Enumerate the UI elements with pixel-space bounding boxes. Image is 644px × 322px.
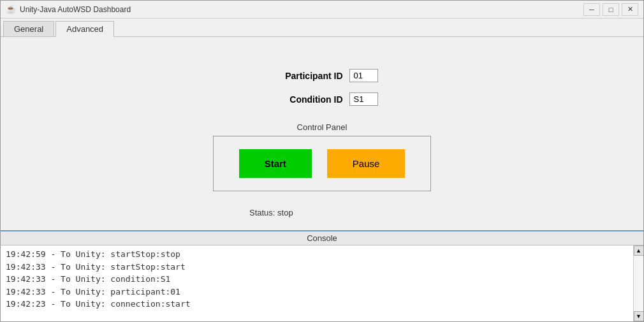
scroll-down-arrow[interactable]: ▼ — [634, 311, 644, 321]
console-body: 19:42:59 - To Unity: startStop:stop 19:4… — [1, 245, 643, 321]
control-panel-wrapper: Control Panel Start Pause — [213, 122, 432, 191]
title-bar-controls: ─ □ ✕ — [583, 3, 638, 16]
scrollbar-track — [634, 256, 643, 311]
control-panel-box: Start Pause — [213, 136, 432, 191]
form-area: Participant ID Condition ID Control Pane… — [13, 69, 631, 217]
window-title: Unity-Java AutoWSD Dashboard — [20, 5, 131, 14]
console-header: Console — [1, 231, 643, 245]
condition-id-input[interactable] — [349, 92, 378, 106]
console-section: Console 19:42:59 - To Unity: startStop:s… — [1, 230, 643, 321]
main-window: ☕ Unity-Java AutoWSD Dashboard ─ □ ✕ Gen… — [0, 0, 644, 322]
maximize-button[interactable]: □ — [603, 3, 619, 16]
scroll-up-arrow[interactable]: ▲ — [634, 245, 644, 256]
app-icon: ☕ — [6, 4, 16, 15]
tab-general[interactable]: General — [3, 21, 54, 36]
tab-advanced[interactable]: Advanced — [55, 21, 114, 37]
participant-id-input[interactable] — [349, 69, 378, 82]
main-content: Participant ID Condition ID Control Pane… — [1, 37, 643, 230]
control-panel-label: Control Panel — [297, 122, 348, 132]
console-scrollbar: ▲ ▼ — [633, 245, 643, 321]
tab-bar: General Advanced — [1, 18, 643, 37]
console-text[interactable]: 19:42:59 - To Unity: startStop:stop 19:4… — [1, 245, 633, 321]
pause-button[interactable]: Pause — [327, 149, 406, 178]
close-button[interactable]: ✕ — [622, 3, 638, 16]
title-bar: ☕ Unity-Java AutoWSD Dashboard ─ □ ✕ — [1, 1, 643, 18]
condition-id-label: Condition ID — [267, 94, 343, 105]
status-line: Status: stop — [249, 208, 293, 217]
title-bar-left: ☕ Unity-Java AutoWSD Dashboard — [6, 4, 131, 15]
participant-id-label: Participant ID — [267, 71, 343, 81]
condition-id-row: Condition ID — [267, 92, 378, 106]
participant-id-row: Participant ID — [267, 69, 378, 82]
minimize-button[interactable]: ─ — [583, 3, 600, 16]
start-button[interactable]: Start — [239, 149, 312, 178]
